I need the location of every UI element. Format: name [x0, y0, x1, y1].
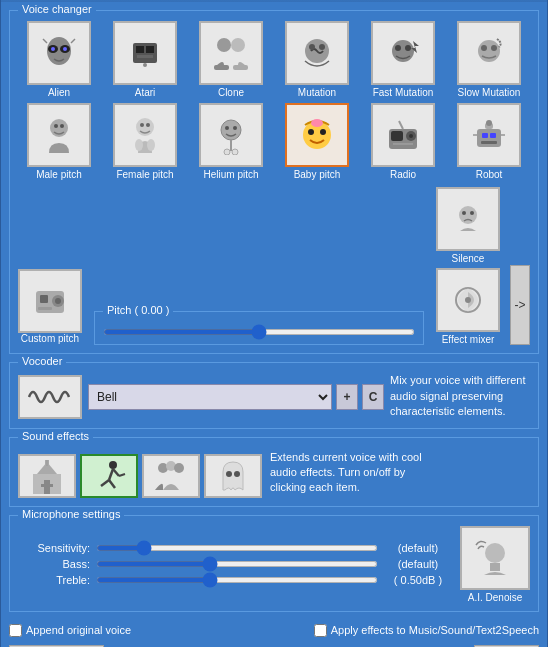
voice-label-robot: Robot — [476, 169, 503, 181]
voice-label-clone: Clone — [218, 87, 244, 99]
microphone-label: Microphone settings — [18, 508, 124, 520]
pitch-slider-section: Pitch ( 0.00 ) — [94, 311, 424, 345]
svg-point-17 — [309, 44, 315, 50]
sfx-crowd[interactable] — [142, 454, 200, 498]
voice-label-alien: Alien — [48, 87, 70, 99]
silence-button[interactable] — [436, 187, 500, 251]
effect-mixer-wrapper: Effect mixer — [436, 268, 500, 345]
svg-rect-15 — [233, 65, 248, 70]
voice-label-radio: Radio — [390, 169, 416, 181]
main-window: 🐟 Clownfish Voice Changer - Baby pitch ✕… — [0, 0, 548, 647]
treble-row: Treble: ( 0.50dB ) — [18, 574, 452, 586]
svg-point-64 — [462, 211, 466, 215]
voice-item-alien[interactable]: Alien — [18, 21, 100, 99]
svg-point-82 — [174, 463, 184, 473]
voice-item-female-pitch[interactable]: Female pitch — [104, 103, 186, 181]
arrow-label: -> — [514, 298, 525, 312]
voice-item-clone[interactable]: Clone — [190, 21, 272, 99]
svg-point-83 — [226, 471, 232, 477]
denoise-label: A.I. Denoise — [468, 592, 522, 603]
sfx-runner[interactable] — [80, 454, 138, 498]
vocoder-icon — [18, 375, 82, 419]
sfx-ghost[interactable] — [204, 454, 262, 498]
voice-label-male-pitch: Male pitch — [36, 169, 82, 181]
svg-rect-52 — [490, 133, 496, 138]
voice-label-female-pitch: Female pitch — [116, 169, 173, 181]
bottom-checkboxes: Append original voice Apply effects to M… — [9, 620, 539, 641]
bass-slider[interactable] — [96, 561, 378, 567]
voice-item-radio[interactable]: Radio — [362, 103, 444, 181]
apply-effects-label[interactable]: Apply effects to Music/Sound/Text2Speech — [314, 624, 539, 637]
svg-line-79 — [119, 474, 125, 476]
voice-item-helium-pitch[interactable]: Helium pitch — [190, 103, 272, 181]
voice-item-mutation[interactable]: Mutation — [276, 21, 358, 99]
custom-pitch-button[interactable] — [18, 269, 82, 333]
svg-point-43 — [311, 119, 323, 127]
denoise-wrapper: A.I. Denoise — [460, 526, 530, 603]
vocoder-add-button[interactable]: + — [336, 384, 358, 410]
svg-point-20 — [395, 45, 401, 51]
sound-effects-label: Sound effects — [18, 430, 93, 442]
voice-icon-clone — [199, 21, 263, 85]
voice-item-slow-mutation[interactable]: Slow Mutation — [448, 21, 530, 99]
svg-point-36 — [233, 126, 237, 130]
svg-point-74 — [109, 461, 117, 469]
vocoder-select[interactable]: Bell Choir Violin Flute Guitar — [88, 384, 332, 410]
svg-line-76 — [101, 480, 109, 486]
svg-point-65 — [470, 211, 474, 215]
voice-icon-atari — [113, 21, 177, 85]
vocoder-clear-button[interactable]: C — [362, 384, 384, 410]
voice-item-atari[interactable]: Atari — [104, 21, 186, 99]
silence-wrapper: Silence — [436, 187, 500, 264]
vocoder-controls: Bell Choir Violin Flute Guitar + C — [88, 384, 384, 410]
apply-effects-checkbox[interactable] — [314, 624, 327, 637]
effect-mixer-label: Effect mixer — [442, 334, 495, 345]
treble-slider[interactable] — [96, 577, 378, 583]
svg-point-39 — [232, 149, 238, 155]
pitch-slider[interactable] — [103, 329, 415, 335]
effect-mixer-button[interactable] — [436, 268, 500, 332]
svg-rect-59 — [40, 295, 48, 303]
voice-item-baby-pitch[interactable]: Baby pitch — [276, 103, 358, 181]
voice-item-fast-mutation[interactable]: Fast Mutation — [362, 21, 444, 99]
svg-line-5 — [43, 39, 47, 43]
append-original-label[interactable]: Append original voice — [9, 624, 131, 637]
svg-point-55 — [486, 120, 492, 126]
sensitivity-value: (default) — [384, 542, 452, 554]
svg-rect-50 — [477, 129, 501, 147]
voice-icon-female-pitch — [113, 103, 177, 167]
voice-icon-male-pitch — [27, 103, 91, 167]
voice-item-robot[interactable]: Robot — [448, 103, 530, 181]
apply-effects-text: Apply effects to Music/Sound/Text2Speech — [331, 624, 539, 636]
svg-point-13 — [231, 38, 245, 52]
bass-label: Bass: — [18, 558, 90, 570]
svg-point-24 — [481, 45, 487, 51]
svg-point-28 — [60, 124, 64, 128]
silence-label: Silence — [452, 253, 485, 264]
voice-icon-slow-mutation — [457, 21, 521, 85]
append-original-checkbox[interactable] — [9, 624, 22, 637]
svg-rect-10 — [137, 55, 153, 58]
voice-icon-fast-mutation — [371, 21, 435, 85]
svg-point-32 — [135, 139, 143, 151]
vocoder-label: Vocoder — [18, 355, 66, 367]
voice-label-mutation: Mutation — [298, 87, 336, 99]
voice-changer-section: Voice changer Alien Atari — [9, 10, 539, 354]
voice-item-male-pitch[interactable]: Male pitch — [18, 103, 100, 181]
voice-grid: Alien Atari Clone — [18, 21, 530, 181]
voice-label-baby-pitch: Baby pitch — [294, 169, 341, 181]
svg-rect-62 — [38, 307, 52, 310]
svg-point-4 — [63, 47, 67, 51]
arrow-button[interactable]: -> — [510, 265, 530, 345]
svg-point-18 — [319, 44, 325, 50]
sfx-church[interactable] — [18, 454, 76, 498]
svg-point-42 — [320, 129, 326, 135]
voice-icon-alien — [27, 21, 91, 85]
denoise-button[interactable] — [460, 526, 530, 590]
svg-line-77 — [109, 480, 115, 488]
svg-point-35 — [225, 126, 229, 130]
svg-point-47 — [409, 134, 413, 138]
voice-icon-mutation — [285, 21, 349, 85]
svg-line-49 — [399, 121, 403, 129]
sensitivity-slider[interactable] — [96, 545, 378, 551]
